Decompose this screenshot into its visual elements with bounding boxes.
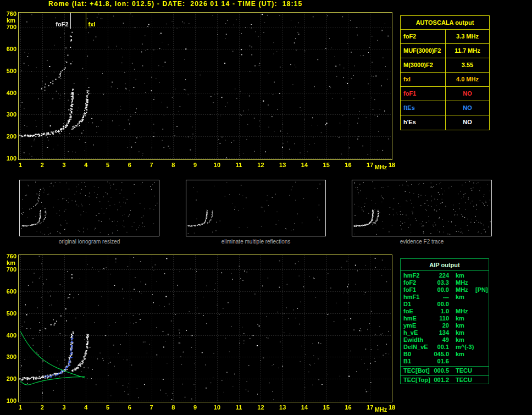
autoscala-row-label: foF1 [401, 87, 446, 101]
aip-value: 00.1 [431, 344, 449, 351]
autoscala-row-label: foF2 [401, 30, 446, 43]
aip-value: 224 [431, 272, 449, 279]
aip-unit: km [456, 315, 474, 322]
aip-unit: MHz [456, 279, 474, 286]
aip-name: D1 [401, 301, 431, 308]
aip-value: 03.3 [431, 279, 449, 286]
aip-output-table: AIP output hmF2224kmfoF203.3MHzfoF100.0M… [400, 258, 489, 384]
aip-table-body: hmF2224kmfoF203.3MHzfoF100.0MHz[PN]hmF1-… [401, 271, 489, 365]
aip-name: foF2 [401, 279, 431, 286]
aip-unit [456, 301, 474, 308]
aip-value: 001.2 [431, 376, 449, 384]
thumbnail-evidence-f2-trace [352, 180, 492, 236]
aip-row-tectop: TEC[Top]001.2TECU [401, 376, 489, 384]
aip-row-hmf2: hmF2224km [401, 272, 489, 279]
autoscala-row-label: ftEs [401, 101, 446, 115]
autoscala-row-label: fxI [401, 73, 446, 86]
aip-value: 110 [431, 315, 449, 322]
autoscala-row-fxi: fxI4.0 MHz [401, 73, 489, 87]
aip-name: DelN_vE [401, 344, 431, 351]
aip-row-fof1: foF100.0MHz[PN] [401, 286, 489, 294]
autoscala-row-value: NO [446, 87, 489, 101]
aip-unit: km [456, 294, 474, 301]
thumbnail-original-ionogram [19, 180, 159, 236]
aip-name: B0 [401, 351, 431, 358]
aip-row-hme: hmE110km [401, 315, 489, 322]
aip-name: ymE [401, 322, 431, 329]
thumbnail-caption-evidence: evidence F2 trace [352, 239, 492, 245]
aip-name: B1 [401, 358, 431, 365]
aip-unit: TECU [456, 367, 474, 374]
autoscala-row-value: 3.55 [446, 58, 489, 72]
aip-row-fof2: foF203.3MHz [401, 279, 489, 286]
aip-row-d1: D100.0 [401, 301, 489, 308]
autoscala-row-ftes: ftEsNO [401, 101, 489, 115]
aip-unit: m^(-3) [456, 344, 474, 351]
aip-unit: km [456, 336, 474, 344]
aip-value: 49 [431, 336, 449, 344]
autoscala-output-table: AUTOSCALA output foF23.3 MHzMUF(3000)F21… [400, 15, 490, 130]
ionogram-bottom-chart [0, 250, 398, 415]
autoscala-row-fof2: foF23.3 MHz [401, 30, 489, 44]
aip-name: TEC[Bot] [401, 367, 431, 374]
autoscala-table-header: AUTOSCALA output [401, 16, 489, 30]
aip-unit: km [456, 351, 474, 358]
thumbnail-caption-eliminate: eliminate multiple reflections [186, 239, 326, 245]
aip-value: 000.5 [431, 367, 449, 374]
aip-name: foF1 [401, 286, 431, 294]
autoscala-row-label: MUF(3000)F2 [401, 44, 446, 58]
aip-name: hmF2 [401, 272, 431, 279]
aip-value: 134 [431, 329, 449, 336]
aip-unit: km [456, 329, 474, 336]
aip-unit: MHz [456, 308, 474, 315]
aip-value: 045.0 [431, 351, 449, 358]
autoscala-row-fof1: foF1NO [401, 87, 489, 101]
autoscala-row-label: h'Es [401, 115, 446, 130]
autoscala-row-value: NO [446, 115, 489, 130]
aip-value: --- [431, 294, 449, 301]
aip-name: Ewidth [401, 336, 431, 344]
aip-row-foe: foE1.0MHz [401, 308, 489, 315]
aip-value: 00.0 [431, 301, 449, 308]
aip-unit: TECU [456, 376, 474, 384]
aip-value: 1.0 [431, 308, 449, 315]
aip-note: [PN] [475, 286, 488, 294]
aip-row-ewidth: Ewidth49km [401, 336, 489, 344]
autoscala-row-m3000f2: M(3000)F23.55 [401, 58, 489, 73]
aip-unit: km [456, 322, 474, 329]
aip-row-delnve: DelN_vE00.1m^(-3) [401, 344, 489, 351]
aip-name: TEC[Top] [401, 376, 431, 384]
autoscala-table-body: foF23.3 MHzMUF(3000)F211.7 MHzM(3000)F23… [401, 30, 489, 130]
aip-row-b0: B0045.0km [401, 351, 489, 358]
autoscala-row-value: 11.7 MHz [446, 44, 489, 58]
aip-tec-rows: TEC[Bot]000.5TECUTEC[Top]001.2TECU [401, 366, 489, 384]
aip-name: foE [401, 308, 431, 315]
aip-unit: km [456, 272, 474, 279]
aip-row-hve: h_vE134km [401, 329, 489, 336]
ionogram-top-chart [0, 0, 398, 174]
aip-value: 01.6 [431, 358, 449, 365]
autoscala-row-value: NO [446, 101, 489, 115]
aip-row-yme: ymE20km [401, 322, 489, 329]
autoscala-row-hes: h'EsNO [401, 115, 489, 130]
autoscala-row-value: 3.3 MHz [446, 30, 489, 43]
thumbnail-eliminate-reflections [186, 180, 326, 236]
aip-table-header: AIP output [401, 259, 489, 271]
aip-unit: MHz [456, 286, 474, 294]
aip-row-b1: B101.6 [401, 358, 489, 365]
aip-unit [456, 358, 474, 365]
autoscala-screen: Rome (lat: +41.8, lon: 012.5) - DATE: 20… [0, 0, 532, 415]
aip-name: hmF1 [401, 294, 431, 301]
aip-row-tecbot: TEC[Bot]000.5TECU [401, 367, 489, 374]
aip-name: h_vE [401, 329, 431, 336]
aip-value: 00.0 [431, 286, 449, 294]
autoscala-row-value: 4.0 MHz [446, 73, 489, 86]
aip-row-hmf1: hmF1---km [401, 294, 489, 301]
autoscala-row-muf3000f2: MUF(3000)F211.7 MHz [401, 44, 489, 58]
aip-name: hmE [401, 315, 431, 322]
thumbnail-caption-original: original ionogram resized [19, 239, 159, 245]
autoscala-row-label: M(3000)F2 [401, 58, 446, 72]
aip-value: 20 [431, 322, 449, 329]
